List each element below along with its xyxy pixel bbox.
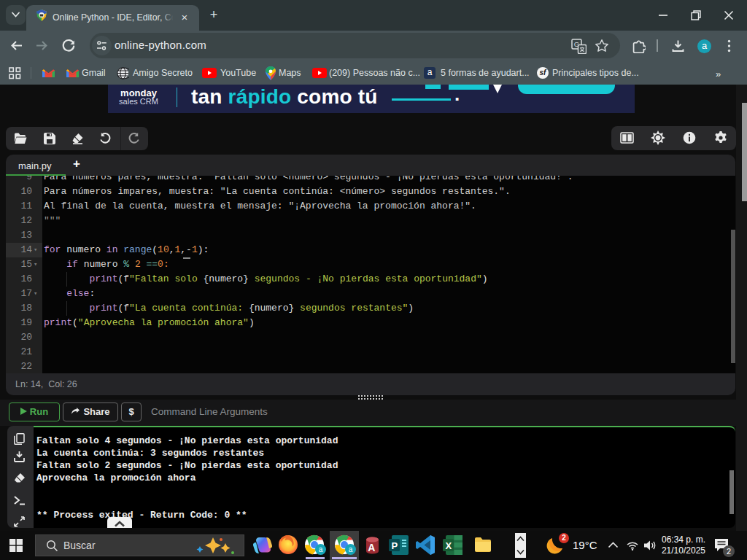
svg-text:X: X: [446, 540, 452, 551]
svg-text:A: A: [368, 542, 375, 553]
svg-text:P: P: [392, 540, 398, 551]
